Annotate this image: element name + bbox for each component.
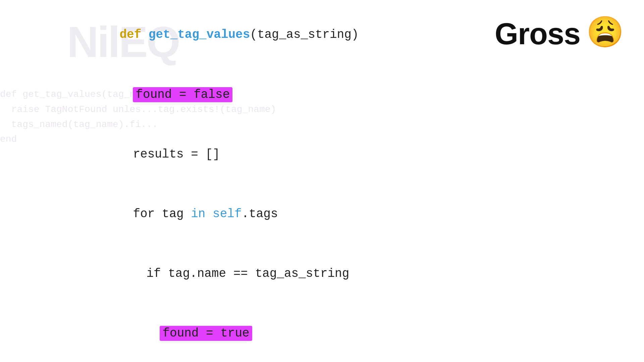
gross-label: Gross 😩 bbox=[495, 17, 624, 51]
code-block: def get_tag_values(tag_as_string) found … bbox=[91, 5, 359, 362]
fn-name: get_tag_values bbox=[149, 28, 250, 42]
gross-emoji: 😩 bbox=[586, 19, 624, 49]
kw-def: def bbox=[119, 28, 148, 42]
code-line-3: results = [] bbox=[91, 124, 359, 184]
code-line-5: if tag.name == tag_as_string bbox=[91, 244, 359, 304]
gross-text: Gross bbox=[495, 17, 580, 51]
code-line-4: for tag in self.tags bbox=[91, 184, 359, 244]
fn-params: (tag_as_string) bbox=[250, 28, 359, 42]
code-line-6: found = true bbox=[91, 304, 359, 362]
found-false-highlight: found = false bbox=[133, 87, 232, 102]
found-true-highlight: found = true bbox=[160, 326, 252, 341]
code-line-2: found = false bbox=[91, 65, 359, 124]
code-line-1: def get_tag_values(tag_as_string) bbox=[91, 5, 359, 65]
